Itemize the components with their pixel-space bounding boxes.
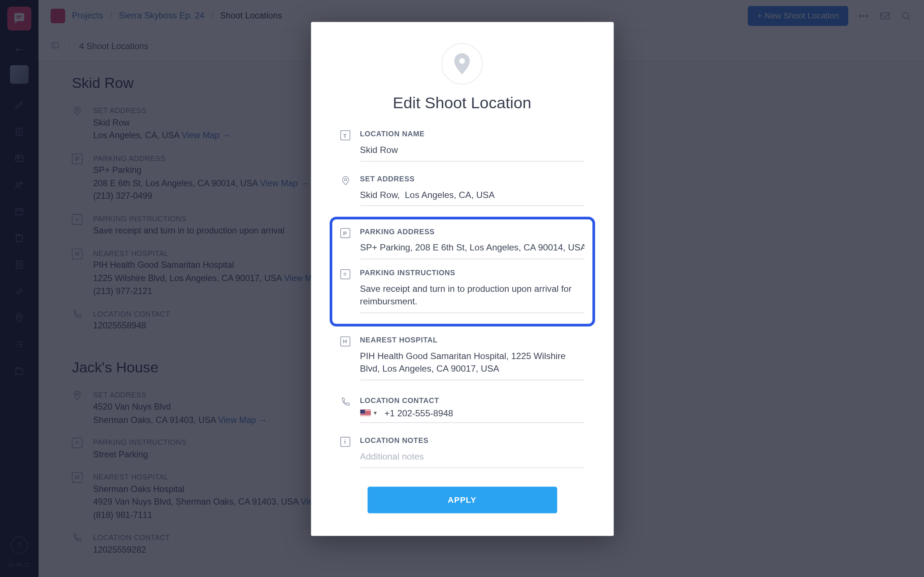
field-label: LOCATION CONTACT (360, 396, 584, 405)
modal-title: Edit Shoot Location (340, 94, 584, 112)
field-label: LOCATION NOTES (360, 436, 584, 444)
modal-pin-icon (441, 43, 483, 85)
contact-phone-input[interactable] (384, 408, 584, 418)
parking-instructions-input[interactable] (360, 280, 584, 313)
phone-icon (340, 397, 351, 410)
hospital-input[interactable] (360, 348, 584, 380)
location-name-input[interactable] (360, 142, 584, 161)
edit-location-modal: Edit Shoot Location T LOCATION NAME SET … (311, 22, 614, 535)
apply-button[interactable]: APPLY (367, 487, 557, 513)
field-label: PARKING ADDRESS (360, 227, 584, 236)
instructions-icon: ≡ (340, 269, 351, 279)
parking-address-input[interactable] (360, 239, 584, 259)
hospital-icon: H (340, 336, 351, 346)
highlighted-section: P PARKING ADDRESS ≡ PARKING INSTRUCTIONS (329, 217, 595, 326)
chevron-down-icon: ▼ (373, 410, 378, 416)
pin-icon (340, 175, 351, 189)
field-label: NEAREST HOSPITAL (360, 336, 584, 344)
country-flag-select[interactable]: ▼ (360, 410, 378, 417)
info-icon: i (340, 437, 351, 446)
field-label: PARKING INSTRUCTIONS (360, 269, 584, 277)
notes-input[interactable] (360, 448, 584, 467)
text-icon: T (340, 131, 351, 140)
svg-point-18 (344, 178, 346, 180)
us-flag-icon (360, 410, 371, 417)
parking-icon: P (340, 228, 351, 238)
field-label: LOCATION NAME (360, 130, 584, 138)
set-address-input[interactable] (360, 187, 584, 206)
field-label: SET ADDRESS (360, 175, 584, 183)
